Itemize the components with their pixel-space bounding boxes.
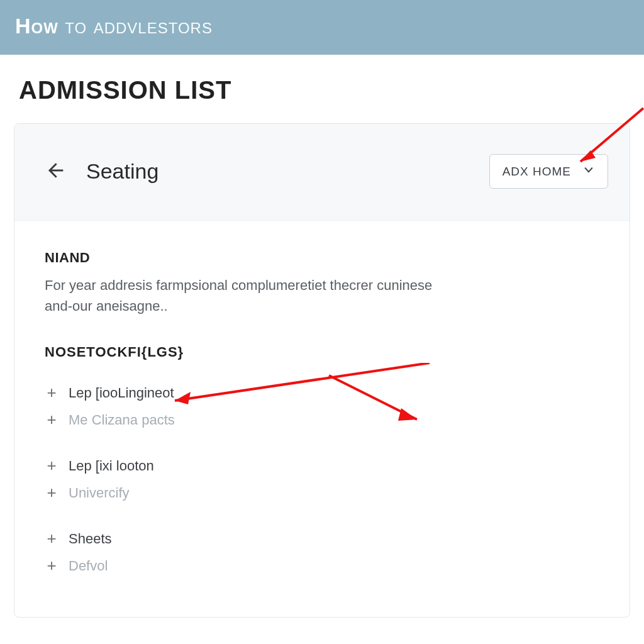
item-group: +Lep [iooLingineot+Me Clizana pacts <box>45 379 599 433</box>
card-header-left: Seating <box>45 159 158 184</box>
card-title: Seating <box>86 159 158 184</box>
list-item-label: Lep [iooLingineot <box>69 385 174 401</box>
list-item[interactable]: +Sheets <box>45 525 599 552</box>
list-item[interactable]: +Me Clizana pacts <box>45 406 599 433</box>
chevron-down-icon <box>582 164 595 179</box>
list-item[interactable]: +Univercify <box>45 479 599 506</box>
item-group: +Lep [ixi looton+Univercify <box>45 452 599 506</box>
list-item[interactable]: +Lep [iooLingineot <box>45 379 599 406</box>
card: Seating ADX HOME NIAND For year addresis… <box>14 123 630 618</box>
list-item-label: Lep [ixi looton <box>69 458 154 474</box>
home-dropdown-label: ADX HOME <box>502 165 571 179</box>
list-item-label: Defvol <box>69 558 108 574</box>
home-dropdown[interactable]: ADX HOME <box>489 154 608 189</box>
section-subheading: NOSETOCKFI{LGS} <box>45 344 599 360</box>
banner-rest: to addvlestors <box>58 14 213 38</box>
section-label: NIAND <box>45 250 599 266</box>
plus-icon: + <box>45 410 58 430</box>
list-item[interactable]: +Lep [ixi looton <box>45 452 599 479</box>
section-description: For year addresis farmpsional complumere… <box>45 275 435 316</box>
list-item-label: Univercify <box>69 485 130 501</box>
item-groups: +Lep [iooLingineot+Me Clizana pacts+Lep … <box>45 379 599 579</box>
list-item-label: Me Clizana pacts <box>69 412 175 428</box>
plus-icon: + <box>45 529 58 548</box>
plus-icon: + <box>45 556 58 575</box>
list-item[interactable]: +Defvol <box>45 552 599 579</box>
plus-icon: + <box>45 456 58 475</box>
card-body: NIAND For year addresis farmpsional comp… <box>14 221 630 617</box>
arrow-left-icon[interactable] <box>45 160 65 183</box>
list-item-label: Sheets <box>69 531 112 547</box>
plus-icon: + <box>45 483 58 502</box>
banner-lead: How <box>15 14 58 38</box>
item-group: +Sheets+Defvol <box>45 525 599 579</box>
top-banner: How to addvlestors <box>0 0 644 55</box>
card-header: Seating ADX HOME <box>14 124 630 221</box>
plus-icon: + <box>45 383 58 402</box>
page-title: ADMISSION LIST <box>0 55 644 117</box>
